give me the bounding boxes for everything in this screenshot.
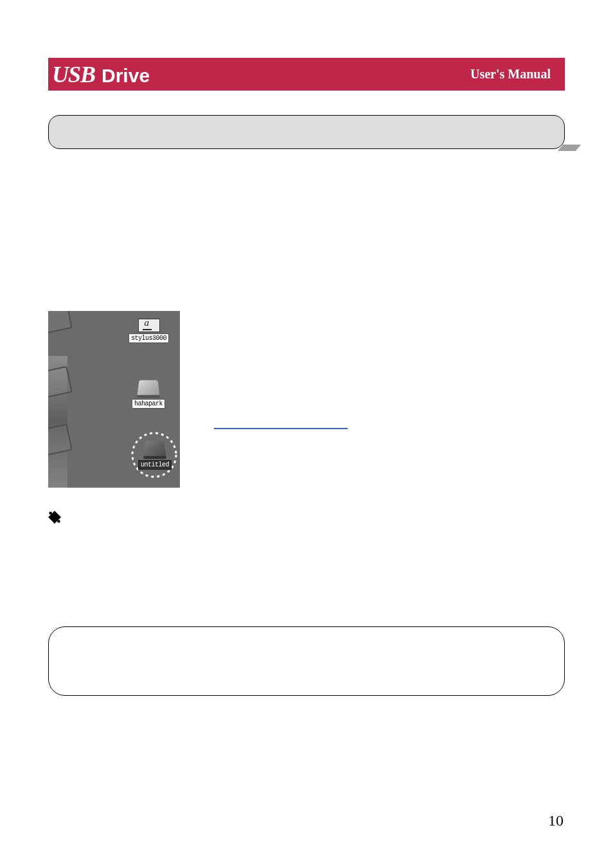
note-box — [48, 626, 565, 696]
logo-usb: USB — [52, 61, 95, 88]
desktop-item-untitled: untitled — [138, 439, 172, 470]
desktop-item-label: hahapark — [132, 399, 165, 409]
desktop-item-hahapark: hahapark — [132, 378, 165, 409]
drive-icon — [143, 441, 166, 459]
header-subtitle: User's Manual — [470, 67, 551, 82]
bullet-diamond-icon — [48, 511, 61, 524]
drive-icon — [137, 380, 160, 398]
desktop-item-label: stylus3000 — [129, 333, 169, 343]
desktop-item-stylus3000: a stylus3000 — [129, 319, 169, 343]
section-label-box — [48, 115, 565, 149]
page-number: 10 — [548, 812, 564, 829]
ghost-icon — [48, 423, 73, 456]
logo-area: USB Drive — [52, 61, 150, 88]
printer-icon: a — [138, 319, 160, 332]
label-corner-decoration — [558, 145, 581, 151]
desktop-item-label: untitled — [138, 460, 172, 470]
ghost-icon — [48, 366, 73, 398]
ghost-icon — [48, 311, 73, 335]
hyperlink-underline — [214, 428, 348, 429]
mac-desktop-screenshot: a stylus3000 hahapark untitled — [48, 311, 180, 488]
logo-drive: Drive — [102, 65, 150, 87]
header-banner: USB Drive User's Manual — [48, 58, 565, 91]
